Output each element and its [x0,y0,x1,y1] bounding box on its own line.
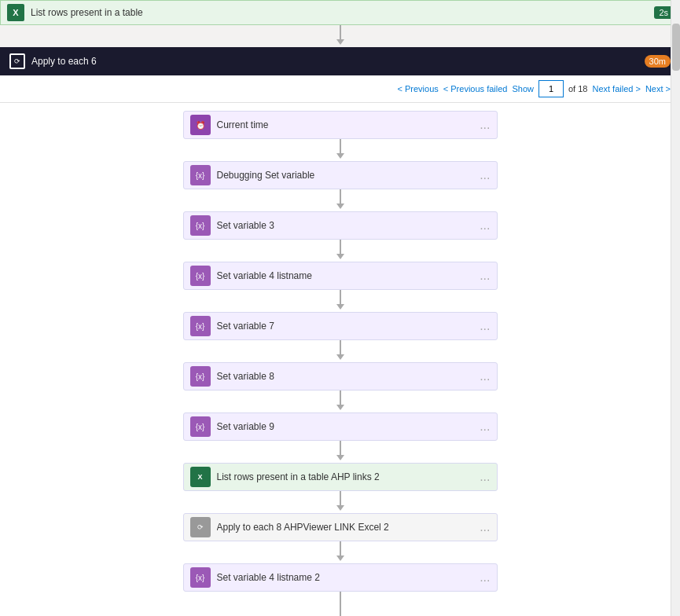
apply-each-bar[interactable]: ⟳ Apply to each 6 30m [0,47,680,75]
debug-set-var-more[interactable]: ... [480,168,490,182]
set-var-9-more[interactable]: ... [480,420,490,434]
arrow-2 [336,189,344,211]
set-var-icon-1: {x} [190,165,211,185]
prev-button[interactable]: < Previous [398,84,439,94]
action-set-var-4[interactable]: {x} Set variable 4 listname ... [183,262,498,290]
loop-icon: ⟳ [9,53,25,69]
apply-each-8-more[interactable]: ... [480,520,490,534]
next-failed-button[interactable]: Next failed > [592,84,640,94]
set-var-7-more[interactable]: ... [480,319,490,333]
arrow-9 [336,541,344,563]
prev-failed-button[interactable]: < Previous failed [443,84,508,94]
action-set-var-7[interactable]: {x} Set variable 7 ... [183,312,498,340]
action-set-var-4-2[interactable]: {x} Set variable 4 listname 2 ... [183,563,498,592]
arrow-6 [336,390,344,412]
action-list-rows-ahp[interactable]: X List rows present in a table AHP links… [183,463,498,491]
next-button[interactable]: Next > [645,84,671,94]
list-rows-ahp-label: List rows present in a table AHP links 2 [217,471,491,482]
set-var-3-more[interactable]: ... [480,218,490,233]
arrow-3 [336,240,344,262]
set-var-4-2-more[interactable]: ... [480,570,490,585]
set-var-4-2-label: Set variable 4 listname 2 [217,572,491,583]
action-set-var-8[interactable]: {x} Set variable 8 ... [183,362,498,390]
scrollbar[interactable] [671,0,680,616]
set-var-9-label: Set variable 9 [217,421,491,432]
arrow-4 [336,290,344,312]
current-time-more[interactable]: ... [480,118,490,132]
set-var-icon-7: {x} [190,567,211,588]
debug-set-var-label: Debugging Set variable [217,170,491,181]
action-debug-set-var[interactable]: {x} Debugging Set variable ... [183,161,498,189]
branch-connector [175,592,505,616]
set-var-7-label: Set variable 7 [217,321,491,332]
of-total: of 18 [568,84,587,94]
scrollbar-thumb[interactable] [672,24,680,71]
set-var-4-label: Set variable 4 listname [217,270,491,281]
connector-arrow-top [0,25,680,47]
loop-icon-2: ⟳ [190,517,211,537]
set-var-icon-5: {x} [190,366,211,387]
set-var-8-more[interactable]: ... [480,369,490,383]
excel-icon: X [7,4,24,21]
arrow-1 [336,139,344,161]
clock-icon: ⏰ [190,115,211,135]
top-action-block: X List rows present in a table 2s [0,0,680,25]
top-action-label: List rows present in a table [31,7,654,18]
arrow-5 [336,340,344,362]
action-set-var-3[interactable]: {x} Set variable 3 ... [183,211,498,240]
apply-each-duration: 30m [645,55,671,68]
pagination-bar: < Previous < Previous failed Show of 18 … [0,75,680,103]
set-var-8-label: Set variable 8 [217,371,491,382]
excel-icon-2: X [190,467,211,487]
page-input[interactable] [538,80,564,97]
flow-canvas: ⏰ Current time ... {x} Debugging Set var… [0,103,680,616]
set-var-icon-6: {x} [190,416,211,437]
arrow-7 [336,441,344,463]
set-var-3-label: Set variable 3 [217,220,491,231]
apply-each-8-label: Apply to each 8 AHPViewer LINK Excel 2 [217,522,491,533]
current-time-label: Current time [217,119,491,130]
apply-each-label: Apply to each 6 [31,56,645,67]
arrow-8 [336,491,344,513]
set-var-4-more[interactable]: ... [480,269,490,283]
action-current-time[interactable]: ⏰ Current time ... [183,111,498,139]
action-apply-each-8[interactable]: ⟳ Apply to each 8 AHPViewer LINK Excel 2… [183,513,498,541]
action-set-var-9[interactable]: {x} Set variable 9 ... [183,412,498,441]
show-label: Show [512,84,534,94]
set-var-icon-4: {x} [190,316,211,336]
set-var-icon-3: {x} [190,266,211,286]
list-rows-ahp-more[interactable]: ... [480,470,490,484]
set-var-icon-2: {x} [190,215,211,236]
